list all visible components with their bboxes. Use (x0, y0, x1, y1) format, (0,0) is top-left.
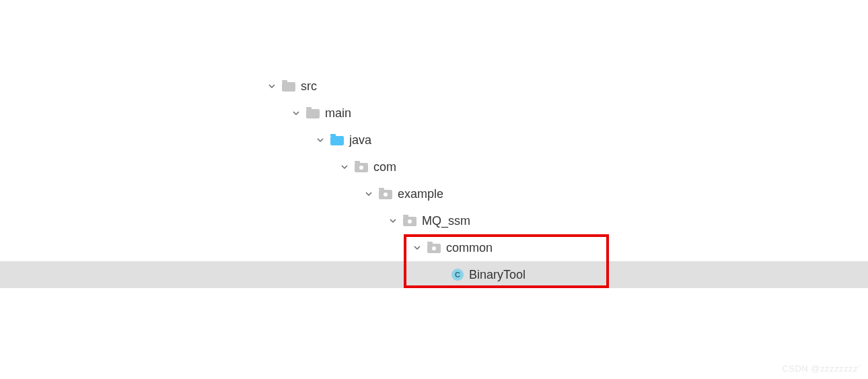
tree-node-main[interactable]: main (266, 100, 868, 127)
chevron-down-icon[interactable] (387, 215, 399, 227)
package-icon (403, 215, 417, 226)
project-tree: src main java com example MQ_ssm (0, 0, 868, 288)
tree-node-common[interactable]: common (266, 234, 868, 261)
tree-label: main (325, 106, 351, 120)
chevron-down-icon[interactable] (314, 134, 326, 146)
chevron-down-icon[interactable] (266, 80, 278, 92)
tree-label: com (373, 160, 396, 174)
tree-label: common (446, 241, 493, 255)
tree-node-binary-tool[interactable]: C BinaryTool (266, 261, 868, 288)
chevron-down-icon[interactable] (338, 161, 351, 173)
package-icon (379, 188, 392, 199)
folder-icon (282, 81, 295, 92)
tree-label: BinaryTool (469, 268, 526, 282)
tree-label: src (301, 79, 317, 94)
chevron-down-icon[interactable] (411, 242, 423, 254)
tree-node-com[interactable]: com (266, 153, 868, 180)
folder-icon (306, 108, 320, 118)
chevron-down-icon[interactable] (290, 107, 302, 119)
tree-node-src[interactable]: src (266, 73, 868, 100)
tree-node-java[interactable]: java (266, 127, 868, 153)
package-icon (427, 242, 441, 253)
package-icon (355, 162, 368, 172)
chevron-down-icon[interactable] (363, 188, 375, 200)
selection-highlight (0, 261, 868, 288)
tree-node-example[interactable]: example (266, 180, 868, 207)
source-folder-icon (330, 135, 344, 145)
watermark: CSDN @zzzzzzzz' (782, 364, 860, 374)
tree-label: java (349, 133, 371, 147)
tree-node-mq-ssm[interactable]: MQ_ssm (266, 207, 868, 234)
class-icon: C (451, 269, 464, 281)
tree-label: example (398, 187, 443, 201)
tree-label: MQ_ssm (422, 214, 470, 228)
